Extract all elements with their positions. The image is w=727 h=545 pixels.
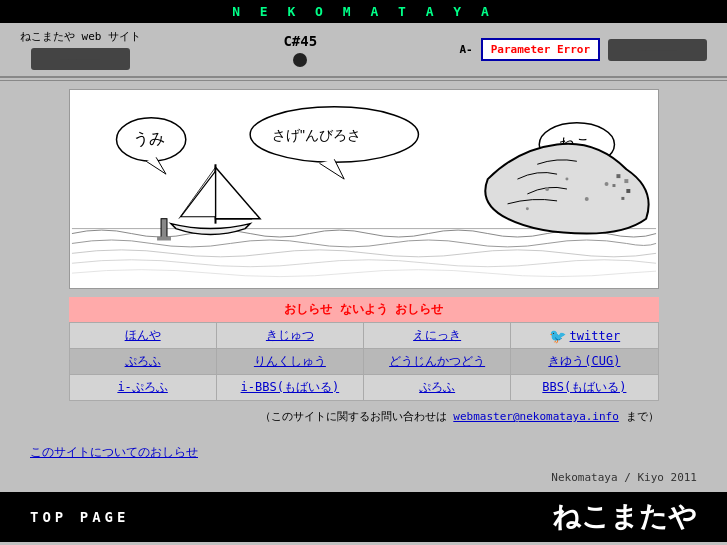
svg-rect-18 bbox=[616, 174, 620, 178]
svg-rect-19 bbox=[624, 179, 628, 183]
nav-left: ねこまたや web サイト ───── bbox=[20, 29, 141, 70]
svg-text:うみ: うみ bbox=[133, 130, 165, 148]
illustration-svg: うみ さげ"んびろさ ねこ bbox=[70, 90, 658, 288]
link-cell: i-ぷろふ bbox=[69, 375, 216, 401]
info-bar: おしらせ ないよう おしらせ bbox=[69, 297, 659, 322]
svg-rect-22 bbox=[621, 197, 624, 200]
nav-left-button[interactable]: ───── bbox=[31, 48, 130, 70]
copyright: Nekomataya / Kiyo 2011 bbox=[0, 467, 727, 488]
link-cell: きゆう(CUG) bbox=[511, 349, 658, 375]
link-cug[interactable]: きゆう(CUG) bbox=[548, 354, 620, 368]
twitter-icon: 🐦 bbox=[549, 328, 566, 344]
svg-point-16 bbox=[525, 207, 528, 210]
link-bbs[interactable]: BBS(もばいる) bbox=[542, 380, 626, 394]
link-honya[interactable]: ほんや bbox=[125, 328, 161, 342]
info-bar-link2[interactable]: おしらせ bbox=[395, 302, 443, 316]
footer: TOP PAGE ねこまたや bbox=[0, 492, 727, 542]
nav-center: C#45 bbox=[283, 33, 317, 67]
twitter-cell: 🐦 twitter bbox=[519, 328, 649, 344]
link-links[interactable]: りんくしゅう bbox=[254, 354, 326, 368]
link-cell: きじゅつ bbox=[216, 323, 363, 349]
illustration: うみ さげ"んびろさ ねこ bbox=[69, 89, 659, 289]
svg-rect-21 bbox=[626, 189, 630, 193]
svg-rect-20 bbox=[612, 184, 615, 187]
info-text-prefix: （このサイトに関するお問い合わせは bbox=[260, 410, 447, 423]
copyright-text: Nekomataya / Kiyo 2011 bbox=[551, 471, 697, 484]
svg-text:さげ"んびろさ: さげ"んびろさ bbox=[271, 127, 360, 143]
notice-link[interactable]: このサイトについてのおしらせ bbox=[30, 445, 198, 459]
error-box: Parameter Error bbox=[481, 38, 600, 61]
nav-center-title: C#45 bbox=[283, 33, 317, 49]
nav-right-button[interactable]: ───── bbox=[608, 39, 707, 61]
link-cell: ほんや bbox=[69, 323, 216, 349]
link-twitter[interactable]: twitter bbox=[570, 329, 621, 343]
navbar: ねこまたや web サイト ───── C#45 A- Parameter Er… bbox=[0, 23, 727, 78]
link-cell: i-BBS(もばいる) bbox=[216, 375, 363, 401]
link-cell: りんくしゅう bbox=[216, 349, 363, 375]
top-page-button[interactable]: TOP PAGE bbox=[30, 509, 129, 525]
svg-point-17 bbox=[604, 182, 608, 186]
link-cell: 🐦 twitter bbox=[511, 323, 658, 349]
link-doujin[interactable]: どうじんかつどう bbox=[389, 354, 485, 368]
nav-left-title: ねこまたや web サイト bbox=[20, 29, 141, 44]
link-profile[interactable]: ぷろふ bbox=[125, 354, 161, 368]
nav-center-dot bbox=[293, 53, 307, 67]
notice-section: このサイトについてのおしらせ bbox=[30, 444, 697, 461]
info-bar-link1[interactable]: ないよう bbox=[340, 302, 388, 316]
nav-right: A- Parameter Error ───── bbox=[459, 38, 707, 61]
links-section: おしらせ ないよう おしらせ ほんや きじゅつ えにっき 🐦 bbox=[69, 297, 659, 401]
svg-point-15 bbox=[584, 197, 588, 201]
svg-point-14 bbox=[565, 178, 568, 181]
link-cell: えにっき bbox=[364, 323, 511, 349]
link-enikki[interactable]: えにっき bbox=[413, 328, 461, 342]
info-text: （このサイトに関するお問い合わせは webmaster@nekomataya.i… bbox=[69, 409, 659, 424]
svg-rect-11 bbox=[161, 219, 167, 239]
link-i-profile[interactable]: i-ぷろふ bbox=[117, 380, 167, 394]
footer-logo: ねこまたや bbox=[552, 498, 697, 536]
main-content: うみ さげ"んびろさ ねこ bbox=[0, 83, 727, 438]
link-cell: BBS(もばいる) bbox=[511, 375, 658, 401]
email-link[interactable]: webmaster@nekomataya.info bbox=[453, 410, 619, 423]
link-cell: ぷろふ bbox=[69, 349, 216, 375]
info-bar-text: おしらせ ないよう おしらせ bbox=[284, 302, 442, 316]
link-kijutsu[interactable]: きじゅつ bbox=[266, 328, 314, 342]
site-title: N E K O M A T A Y A bbox=[232, 4, 495, 19]
divider-top bbox=[0, 80, 727, 81]
link-cell: どうじんかつどう bbox=[364, 349, 511, 375]
site-header: N E K O M A T A Y A bbox=[0, 0, 727, 23]
nav-right-label: A- bbox=[459, 43, 472, 56]
svg-point-13 bbox=[545, 187, 549, 191]
table-row: i-ぷろふ i-BBS(もばいる) ぷろふ BBS(もばいる) bbox=[69, 375, 658, 401]
link-i-bbs[interactable]: i-BBS(もばいる) bbox=[241, 380, 340, 394]
link-i-p2[interactable]: ぷろふ bbox=[419, 380, 455, 394]
table-row: ぷろふ りんくしゅう どうじんかつどう きゆう(CUG) bbox=[69, 349, 658, 375]
svg-rect-12 bbox=[157, 237, 171, 241]
links-table: ほんや きじゅつ えにっき 🐦 twitter ぷろふ bbox=[69, 322, 659, 401]
link-cell: ぷろふ bbox=[364, 375, 511, 401]
table-row: ほんや きじゅつ えにっき 🐦 twitter bbox=[69, 323, 658, 349]
info-text-suffix: まで） bbox=[626, 410, 659, 423]
